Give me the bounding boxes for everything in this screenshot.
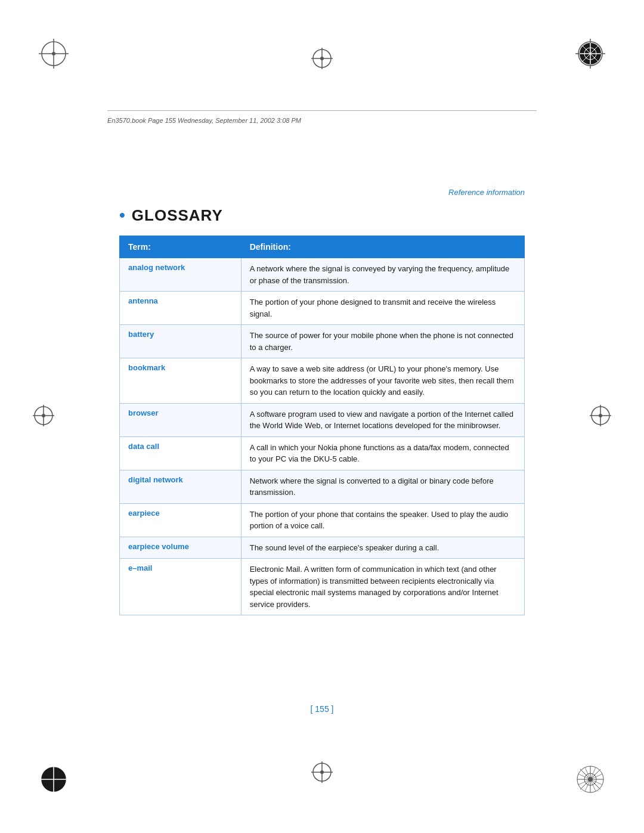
mid-right-mark: [590, 405, 611, 429]
def-cell: The source of power for your mobile phon…: [241, 325, 524, 358]
table-row: earpiece volumeThe sound level of the ea…: [120, 537, 525, 559]
svg-point-27: [588, 777, 593, 782]
reference-info: Reference information: [448, 188, 525, 197]
term-cell: digital network: [120, 470, 242, 503]
def-cell: The portion of your phone that contains …: [241, 503, 524, 537]
term-cell: antenna: [120, 292, 242, 325]
def-cell: A network where the signal is conveyed b…: [241, 258, 524, 292]
def-cell: Network where the signal is converted to…: [241, 470, 524, 503]
page-title-area: • GLOSSARY: [119, 206, 223, 225]
table-row: batteryThe source of power for your mobi…: [120, 325, 525, 358]
glossary-table: Term: Definition: analog networkA networ…: [119, 236, 525, 615]
def-cell: The sound level of the earpiece's speake…: [241, 537, 524, 559]
page: En3570.book Page 155 Wednesday, Septembe…: [0, 0, 644, 833]
corner-mark-bl: [36, 761, 72, 797]
page-title: • GLOSSARY: [119, 206, 223, 225]
glossary-table-container: Term: Definition: analog networkA networ…: [119, 236, 525, 615]
header-meta: En3570.book Page 155 Wednesday, Septembe…: [107, 110, 537, 125]
table-row: analog networkA network where the signal…: [120, 258, 525, 292]
table-row: browserA software program used to view a…: [120, 403, 525, 436]
corner-mark-br: [572, 761, 608, 797]
term-cell: analog network: [120, 258, 242, 292]
mid-left-mark: [33, 405, 54, 429]
header-meta-text: En3570.book Page 155 Wednesday, Septembe…: [107, 117, 301, 124]
page-number: [ 155 ]: [0, 704, 644, 714]
col-def-header: Definition:: [241, 236, 524, 258]
mid-top-mark: [311, 48, 333, 72]
term-cell: earpiece: [120, 503, 242, 537]
svg-point-35: [599, 414, 602, 417]
title-bullet: •: [119, 206, 126, 225]
def-cell: A way to save a web site address (or URL…: [241, 358, 524, 404]
mid-bottom-mark: [311, 761, 333, 785]
term-cell: browser: [120, 403, 242, 436]
def-cell: A call in which your Nokia phone functio…: [241, 436, 524, 470]
term-cell: data call: [120, 436, 242, 470]
svg-point-3: [52, 52, 55, 55]
term-cell: bookmark: [120, 358, 242, 404]
table-header-row: Term: Definition:: [120, 236, 525, 258]
def-cell: The portion of your phone designed to tr…: [241, 292, 524, 325]
svg-point-43: [320, 770, 324, 774]
svg-point-31: [42, 414, 45, 417]
term-cell: earpiece volume: [120, 537, 242, 559]
svg-point-39: [320, 57, 324, 60]
term-cell: battery: [120, 325, 242, 358]
table-row: bookmarkA way to save a web site address…: [120, 358, 525, 404]
corner-mark-tl: [36, 36, 72, 72]
table-row: antennaThe portion of your phone designe…: [120, 292, 525, 325]
term-cell: e–mail: [120, 559, 242, 615]
corner-mark-tr: [572, 36, 608, 72]
table-row: digital networkNetwork where the signal …: [120, 470, 525, 503]
table-row: data callA call in which your Nokia phon…: [120, 436, 525, 470]
table-row: e–mailElectronic Mail. A written form of…: [120, 559, 525, 615]
def-cell: A software program used to view and navi…: [241, 403, 524, 436]
title-text: GLOSSARY: [132, 206, 223, 225]
def-cell: Electronic Mail. A written form of commu…: [241, 559, 524, 615]
col-term-header: Term:: [120, 236, 242, 258]
table-row: earpieceThe portion of your phone that c…: [120, 503, 525, 537]
